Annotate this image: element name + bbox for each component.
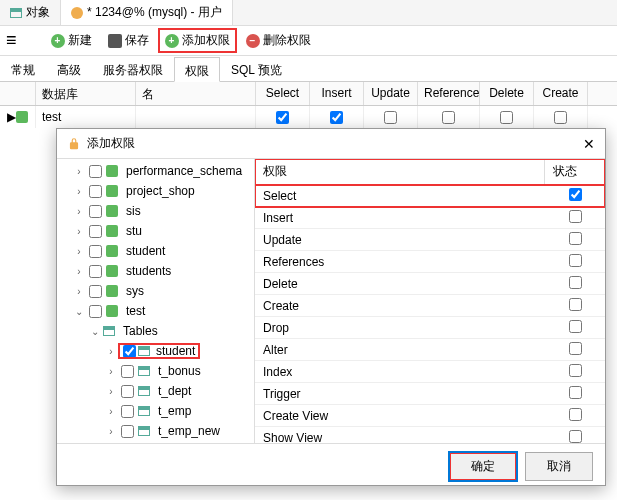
cell-reference-checkbox[interactable] [442,111,455,124]
privilege-checkbox[interactable] [569,342,582,355]
privilege-row[interactable]: Insert [255,207,605,229]
tab-sql-preview[interactable]: SQL 预览 [220,56,293,81]
tab-advanced[interactable]: 高级 [46,56,92,81]
expand-toggle[interactable]: › [73,206,85,217]
col-insert[interactable]: Insert [310,82,364,105]
tab-user[interactable]: * 1234@% (mysql) - 用户 [61,0,233,25]
tree-node[interactable]: ›t_dept [57,381,254,401]
cell-name[interactable] [136,106,256,128]
col-update[interactable]: Update [364,82,418,105]
cell-update-checkbox[interactable] [384,111,397,124]
tree-checkbox[interactable] [89,265,102,278]
cell-insert-checkbox[interactable] [330,111,343,124]
tree-checkbox[interactable] [121,405,134,418]
col-state[interactable]: 状态 [545,159,605,184]
col-delete[interactable]: Delete [480,82,534,105]
privilege-row[interactable]: Alter [255,339,605,361]
tree-node[interactable]: ›project_shop [57,181,254,201]
cell-create-checkbox[interactable] [554,111,567,124]
privilege-row[interactable]: Drop [255,317,605,339]
expand-toggle[interactable]: › [105,386,117,397]
expand-toggle[interactable]: › [73,286,85,297]
privilege-checkbox[interactable] [569,430,582,443]
tree-node[interactable]: ›t_emp [57,401,254,421]
tree-checkbox[interactable] [89,205,102,218]
tab-objects[interactable]: 对象 [0,0,61,25]
col-privilege[interactable]: 权限 [255,159,545,184]
tree-node[interactable]: ⌄Tables [57,321,254,341]
expand-toggle[interactable]: › [105,406,117,417]
privilege-row[interactable]: Show View [255,427,605,443]
privilege-checkbox[interactable] [569,320,582,333]
menu-icon[interactable]: ≡ [6,30,17,51]
new-button[interactable]: + 新建 [45,29,98,52]
expand-toggle[interactable]: › [73,166,85,177]
expand-toggle[interactable]: › [73,226,85,237]
col-reference[interactable]: Reference [418,82,480,105]
expand-toggle[interactable]: ⌄ [89,326,101,337]
tree-node[interactable]: ›t_message [57,441,254,443]
privilege-checkbox[interactable] [569,276,582,289]
tree-node[interactable]: ›sys [57,281,254,301]
privilege-row[interactable]: Index [255,361,605,383]
col-select[interactable]: Select [256,82,310,105]
tab-server-priv[interactable]: 服务器权限 [92,56,174,81]
tree-node[interactable]: ›sis [57,201,254,221]
col-create[interactable]: Create [534,82,588,105]
tab-priv[interactable]: 权限 [174,57,220,82]
privilege-row[interactable]: References [255,251,605,273]
cell-select-checkbox[interactable] [276,111,289,124]
add-privilege-button[interactable]: + 添加权限 [159,29,236,52]
tree-checkbox[interactable] [89,225,102,238]
tree-checkbox[interactable] [89,305,102,318]
tree-checkbox[interactable] [89,285,102,298]
privilege-row[interactable]: Create View [255,405,605,427]
expand-toggle[interactable]: › [73,266,85,277]
tree-node[interactable]: ›t_bonus [57,361,254,381]
col-name[interactable]: 名 [136,82,256,105]
grid-row[interactable]: ▶ test [0,106,617,128]
tree-checkbox[interactable] [123,345,136,358]
tree-node[interactable]: ›student [57,341,254,361]
tree-node[interactable]: ⌄test [57,301,254,321]
privilege-row[interactable]: Delete [255,273,605,295]
close-button[interactable]: ✕ [583,136,595,152]
privilege-row[interactable]: Trigger [255,383,605,405]
tree-node[interactable]: ›students [57,261,254,281]
privilege-checkbox[interactable] [569,188,582,201]
privilege-checkbox[interactable] [569,254,582,267]
privilege-checkbox[interactable] [569,364,582,377]
privilege-row[interactable]: Select [255,185,605,207]
tree-checkbox[interactable] [89,245,102,258]
privilege-checkbox[interactable] [569,386,582,399]
privilege-checkbox[interactable] [569,298,582,311]
tree-pane[interactable]: ›performance_schema›project_shop›sis›stu… [57,159,255,443]
expand-toggle[interactable]: › [105,426,117,437]
privilege-checkbox[interactable] [569,408,582,421]
privilege-checkbox[interactable] [569,232,582,245]
expand-toggle[interactable]: › [105,366,117,377]
tree-node[interactable]: ›student [57,241,254,261]
tree-checkbox[interactable] [89,185,102,198]
privilege-pane[interactable]: 权限 状态 SelectInsertUpdateReferencesDelete… [255,159,605,443]
cell-db[interactable]: test [36,106,136,128]
tree-checkbox[interactable] [89,165,102,178]
privilege-checkbox[interactable] [569,210,582,223]
tree-checkbox[interactable] [121,425,134,438]
dialog-titlebar[interactable]: 添加权限 ✕ [57,129,605,159]
col-db[interactable]: 数据库 [36,82,136,105]
expand-toggle[interactable]: › [73,186,85,197]
cell-delete-checkbox[interactable] [500,111,513,124]
tree-node[interactable]: ›t_emp_new [57,421,254,441]
tab-general[interactable]: 常规 [0,56,46,81]
privilege-row[interactable]: Create [255,295,605,317]
delete-privilege-button[interactable]: − 删除权限 [240,29,317,52]
tree-node[interactable]: ›performance_schema [57,161,254,181]
cancel-button[interactable]: 取消 [525,452,593,481]
tree-node[interactable]: ›stu [57,221,254,241]
tree-checkbox[interactable] [121,385,134,398]
save-button[interactable]: 保存 [102,29,155,52]
ok-button[interactable]: 确定 [449,452,517,481]
expand-toggle[interactable]: ⌄ [73,306,85,317]
tree-checkbox[interactable] [121,365,134,378]
